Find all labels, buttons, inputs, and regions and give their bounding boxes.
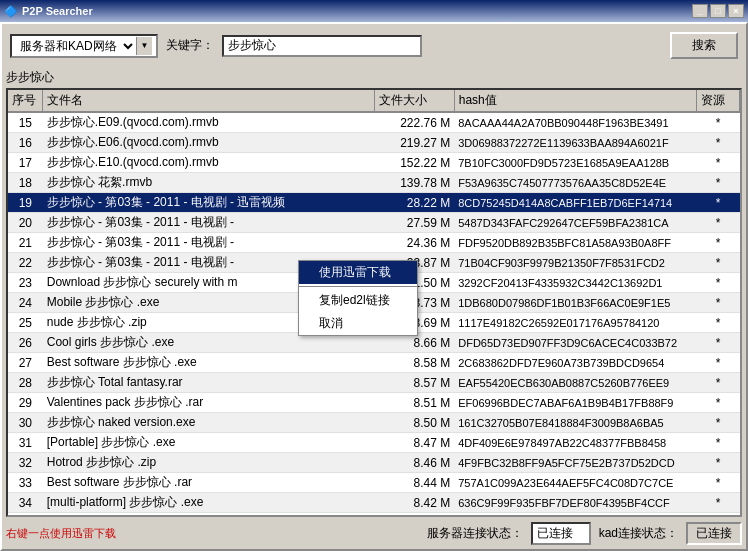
breadcrumb: 步步惊心 <box>6 69 742 86</box>
cell-hash: 8CD75245D414A8CABFF1EB7D6EF14714 <box>454 193 697 213</box>
cell-name: Valentines pack 步步惊心 .rar <box>43 393 374 413</box>
table-row[interactable]: 31 [Portable] 步步惊心 .exe 8.47 M 4DF409E6E… <box>8 433 740 453</box>
cell-src: * <box>697 333 740 353</box>
cell-hash: 1DB680D07986DF1B01B3F66AC0E9F1E5 <box>454 293 697 313</box>
cell-num: 26 <box>8 333 43 353</box>
table-row[interactable]: 27 Best software 步步惊心 .exe 8.58 M 2C6838… <box>8 353 740 373</box>
cell-num: 18 <box>8 173 43 193</box>
table-row[interactable]: 35 Love 步步惊心 .zip 8.39 M 989CCEC201D55AC… <box>8 513 740 516</box>
cell-num: 19 <box>8 193 43 213</box>
cell-src: * <box>697 313 740 333</box>
cell-hash: 636C9F99F935FBF7DEF80F4395BF4CCF <box>454 493 697 513</box>
cell-name: 步步惊心.E10.(qvocd.com).rmvb <box>43 153 374 173</box>
cell-size: 8.39 M <box>374 513 454 516</box>
cell-src: * <box>697 493 740 513</box>
cell-num: 25 <box>8 313 43 333</box>
context-menu-item-thunder[interactable]: 使用迅雷下载 <box>299 261 417 284</box>
context-menu-item-copy[interactable]: 复制ed2l链接 <box>299 289 417 312</box>
status-bar: 右键一点使用迅雷下载 服务器连接状态： 已连接 kad连接状态： 已连接 <box>6 521 742 545</box>
cell-size: 8.58 M <box>374 353 454 373</box>
cell-num: 27 <box>8 353 43 373</box>
cell-num: 22 <box>8 253 43 273</box>
dropdown-arrow-icon[interactable]: ▼ <box>136 37 152 55</box>
table-row[interactable]: 28 步步惊心 Total fantasy.rar 8.57 M EAF5542… <box>8 373 740 393</box>
cell-num: 34 <box>8 493 43 513</box>
cell-num: 15 <box>8 112 43 133</box>
col-header-size: 文件大小 <box>374 90 454 112</box>
cell-name: [Portable] 步步惊心 .exe <box>43 433 374 453</box>
col-header-num: 序号 <box>8 90 43 112</box>
table-row[interactable]: 17 步步惊心.E10.(qvocd.com).rmvb 152.22 M 7B… <box>8 153 740 173</box>
cell-size: 139.78 M <box>374 173 454 193</box>
col-header-hash: hash值 <box>454 90 697 112</box>
cell-name: Love 步步惊心 .zip <box>43 513 374 516</box>
keyword-input[interactable] <box>222 35 422 57</box>
cell-name: Best software 步步惊心 .rar <box>43 473 374 493</box>
cell-hash: 1117E49182C26592E017176A95784120 <box>454 313 697 333</box>
minimize-button[interactable]: _ <box>692 4 708 18</box>
cell-num: 30 <box>8 413 43 433</box>
cell-hash: EF06996BDEC7ABAF6A1B9B4B17FB88F9 <box>454 393 697 413</box>
cell-size: 8.57 M <box>374 373 454 393</box>
close-button[interactable]: × <box>728 4 744 18</box>
cell-src: * <box>697 353 740 373</box>
maximize-button[interactable]: □ <box>710 4 726 18</box>
table-row[interactable]: 21 步步惊心 - 第03集 - 2011 - 电视剧 - 24.36 M FD… <box>8 233 740 253</box>
cell-num: 35 <box>8 513 43 516</box>
app-title: P2P Searcher <box>22 5 93 17</box>
cell-hash: 4F9FBC32B8FF9A5FCF75E2B737D52DCD <box>454 453 697 473</box>
search-button[interactable]: 搜索 <box>670 32 738 59</box>
table-row[interactable]: 20 步步惊心 - 第03集 - 2011 - 电视剧 - 27.59 M 54… <box>8 213 740 233</box>
table-row[interactable]: 15 步步惊心.E09.(qvocd.com).rmvb 222.76 M 8A… <box>8 112 740 133</box>
cell-src: * <box>697 193 740 213</box>
app-icon: 🔷 <box>4 5 18 18</box>
cell-size: 27.59 M <box>374 213 454 233</box>
col-header-name: 文件名 <box>43 90 374 112</box>
cell-size: 222.76 M <box>374 112 454 133</box>
table-row[interactable]: 34 [multi-platform] 步步惊心 .exe 8.42 M 636… <box>8 493 740 513</box>
cell-hash: 5487D343FAFC292647CEF59BFA2381CA <box>454 213 697 233</box>
cell-src: * <box>697 153 740 173</box>
cell-name: Best software 步步惊心 .exe <box>43 353 374 373</box>
cell-size: 152.22 M <box>374 153 454 173</box>
cell-name: 步步惊心.E09.(qvocd.com).rmvb <box>43 112 374 133</box>
cell-src: * <box>697 373 740 393</box>
server-status-value: 已连接 <box>531 522 591 545</box>
table-row[interactable]: 16 步步惊心.E06.(qvocd.com).rmvb 219.27 M 3D… <box>8 133 740 153</box>
context-menu-item-cancel[interactable]: 取消 <box>299 312 417 335</box>
col-header-src: 资源 <box>697 90 740 112</box>
cell-name: 步步惊心 - 第03集 - 2011 - 电视剧 - 迅雷视频 <box>43 193 374 213</box>
status-right: 服务器连接状态： 已连接 kad连接状态： 已连接 <box>427 522 742 545</box>
cell-name: [multi-platform] 步步惊心 .exe <box>43 493 374 513</box>
cell-size: 24.36 M <box>374 233 454 253</box>
title-bar: 🔷 P2P Searcher _ □ × <box>0 0 748 22</box>
cell-src: * <box>697 253 740 273</box>
cell-src: * <box>697 513 740 516</box>
context-menu-separator <box>299 286 417 287</box>
kad-status-label: kad连接状态： <box>599 525 678 542</box>
cell-hash: 989CCEC201D55AC2AF2654CCE8E28669 <box>454 513 697 516</box>
cell-hash: 757A1C099A23E644AEF5FC4C08D7C7CE <box>454 473 697 493</box>
keyword-label: 关键字： <box>166 37 214 54</box>
cell-src: * <box>697 473 740 493</box>
cell-src: * <box>697 273 740 293</box>
table-row[interactable]: 30 步步惊心 naked version.exe 8.50 M 161C327… <box>8 413 740 433</box>
cell-hash: 3D06988372272E1139633BAA894A6021F <box>454 133 697 153</box>
cell-name: 步步惊心 花絮.rmvb <box>43 173 374 193</box>
server-select[interactable]: 服务器和KAD网络 <box>16 38 136 54</box>
cell-hash: 3292CF20413F4335932C3442C13692D1 <box>454 273 697 293</box>
server-select-container[interactable]: 服务器和KAD网络 ▼ <box>10 34 158 58</box>
server-status-label: 服务器连接状态： <box>427 525 523 542</box>
table-row[interactable]: 32 Hotrod 步步惊心 .zip 8.46 M 4F9FBC32B8FF9… <box>8 453 740 473</box>
cell-name: 步步惊心 Total fantasy.rar <box>43 373 374 393</box>
table-row[interactable]: 33 Best software 步步惊心 .rar 8.44 M 757A1C… <box>8 473 740 493</box>
cell-size: 219.27 M <box>374 133 454 153</box>
context-menu: 使用迅雷下载 复制ed2l链接 取消 <box>298 260 418 336</box>
table-row[interactable]: 19 步步惊心 - 第03集 - 2011 - 电视剧 - 迅雷视频 28.22… <box>8 193 740 213</box>
cell-name: 步步惊心.E06.(qvocd.com).rmvb <box>43 133 374 153</box>
cell-src: * <box>697 233 740 253</box>
table-row[interactable]: 18 步步惊心 花絮.rmvb 139.78 M F53A9635C745077… <box>8 173 740 193</box>
cell-src: * <box>697 173 740 193</box>
cell-hash: FDF9520DB892B35BFC81A58A93B0A8FF <box>454 233 697 253</box>
table-row[interactable]: 29 Valentines pack 步步惊心 .rar 8.51 M EF06… <box>8 393 740 413</box>
